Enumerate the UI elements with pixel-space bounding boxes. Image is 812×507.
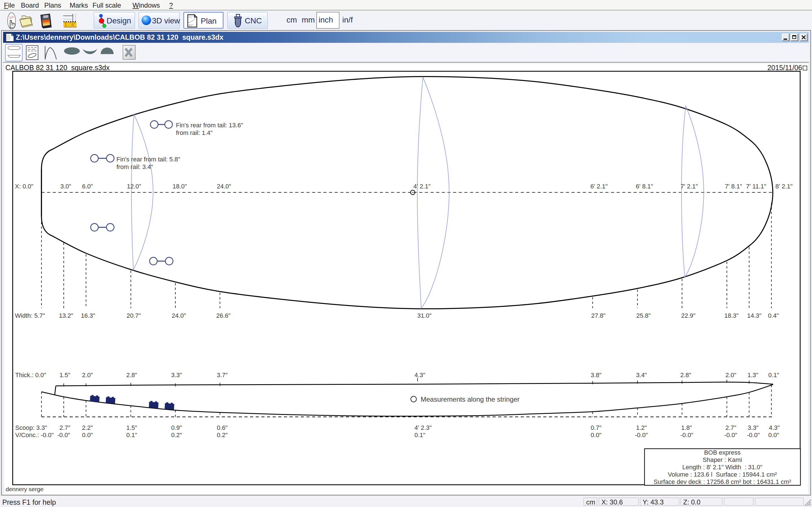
svg-text:0.1": 0.1": [414, 432, 425, 439]
svg-text:4.3": 4.3": [769, 424, 779, 431]
svg-text:13.2": 13.2": [59, 312, 73, 319]
svg-text:0.1": 0.1": [768, 372, 779, 379]
svg-text:0: 0: [71, 23, 73, 27]
svg-text:0.2": 0.2": [217, 432, 227, 439]
svg-text:0.2": 0.2": [171, 432, 182, 439]
svg-text:Shaper : Kami: Shaper : Kami: [703, 456, 742, 463]
svg-text:Thick.: 0.0": Thick.: 0.0": [15, 372, 46, 379]
svg-text:24.0": 24.0": [172, 312, 186, 319]
svg-text:Volume : 123.6 l Surface : 15: Volume : 123.6 l Surface : 15944.1 cm²: [668, 471, 777, 478]
svg-text:3.8": 3.8": [591, 372, 601, 379]
svg-text:26.6": 26.6": [216, 312, 231, 319]
svg-text:Measurements along the stringe: Measurements along the stringer: [421, 395, 520, 403]
svg-text:2.0": 2.0": [725, 372, 736, 379]
svg-text:0.7": 0.7": [591, 424, 601, 431]
svg-text:2.8": 2.8": [126, 372, 137, 379]
svg-text:14.3": 14.3": [747, 312, 762, 319]
svg-text:-0.0": -0.0": [680, 432, 693, 439]
svg-text:2.7": 2.7": [725, 424, 736, 431]
svg-text:4' 2.3": 4' 2.3": [414, 424, 432, 431]
svg-text:1.3": 1.3": [748, 372, 758, 379]
svg-text:3.0": 3.0": [60, 183, 71, 190]
svg-text:1.8": 1.8": [681, 424, 692, 431]
svg-text:6' 8.1": 6' 8.1": [636, 183, 653, 190]
svg-text:0.4": 0.4": [768, 312, 779, 319]
svg-text:2.8": 2.8": [680, 372, 691, 379]
svg-text:4' 2.1": 4' 2.1": [413, 183, 430, 190]
svg-text:20.7": 20.7": [126, 312, 141, 319]
svg-text:31.0": 31.0": [417, 312, 432, 319]
svg-text:1: 1: [65, 23, 67, 27]
svg-text:22.9": 22.9": [681, 312, 696, 319]
svg-text:2.2": 2.2": [82, 424, 93, 431]
svg-text:27.8": 27.8": [591, 312, 606, 319]
svg-text:18.0": 18.0": [172, 183, 187, 190]
svg-text:4.3": 4.3": [414, 372, 425, 379]
svg-text:-0.0": -0.0": [724, 432, 737, 439]
svg-text:7' 11.1": 7' 11.1": [746, 183, 766, 190]
svg-text:0.0": 0.0": [591, 432, 601, 439]
svg-text:12.0": 12.0": [127, 183, 141, 190]
svg-text:8' 2.1": 8' 2.1": [775, 183, 793, 190]
svg-text:3.4": 3.4": [636, 372, 647, 379]
svg-text:2.7": 2.7": [59, 424, 70, 431]
svg-text:0.1": 0.1": [126, 432, 137, 439]
svg-text:18.3": 18.3": [724, 312, 739, 319]
svg-text:16.3": 16.3": [81, 312, 95, 319]
svg-text:3.3": 3.3": [171, 372, 182, 379]
svg-text:Fin's rear from tail: 13.6": Fin's rear from tail: 13.6": [176, 122, 243, 129]
svg-text:2.0": 2.0": [82, 372, 93, 379]
svg-text:6.0": 6.0": [82, 183, 93, 190]
svg-text:3.7": 3.7": [217, 372, 227, 379]
svg-text:-0.0": -0.0": [57, 432, 70, 439]
svg-text:Length : 8' 2.1" Width : 31.0: Length : 8' 2.1" Width : 31.0": [682, 464, 762, 471]
svg-text:X: 0.0": X: 0.0": [15, 183, 33, 190]
svg-text:7' 2.1": 7' 2.1": [680, 183, 698, 190]
svg-text:0.0": 0.0": [768, 432, 779, 439]
svg-text:from rail: 1.4": from rail: 1.4": [176, 129, 213, 136]
svg-text:Fin's rear from tail: 5.8": Fin's rear from tail: 5.8": [116, 156, 180, 163]
svg-text:Width: 5.7": Width: 5.7": [15, 312, 45, 319]
svg-text:1.5": 1.5": [126, 424, 137, 431]
svg-text:-0.0": -0.0": [635, 432, 648, 439]
svg-text:-0.0": -0.0": [747, 432, 760, 439]
svg-text:BOB express: BOB express: [704, 449, 741, 456]
svg-text:1.2": 1.2": [636, 424, 647, 431]
svg-text:6' 2.1": 6' 2.1": [591, 183, 608, 190]
svg-text:0.9": 0.9": [171, 424, 182, 431]
svg-text:V/Conc.: -0.0": V/Conc.: -0.0": [15, 432, 54, 439]
svg-text:from rail: 3.4": from rail: 3.4": [116, 163, 153, 170]
svg-text:0.6": 0.6": [217, 424, 227, 431]
svg-text:7' 8.1": 7' 8.1": [725, 183, 742, 190]
svg-text:0.0": 0.0": [82, 432, 93, 439]
svg-text:25.8": 25.8": [637, 312, 651, 319]
svg-text:Scoop: 3.3": Scoop: 3.3": [15, 424, 47, 431]
svg-text:Surface dev deck : 17256.8 cm²: Surface dev deck : 17256.8 cm² bot : 164…: [654, 478, 791, 485]
svg-text:3.3": 3.3": [748, 424, 758, 431]
svg-text:1.5": 1.5": [59, 372, 70, 379]
svg-text:24.0": 24.0": [217, 183, 231, 190]
